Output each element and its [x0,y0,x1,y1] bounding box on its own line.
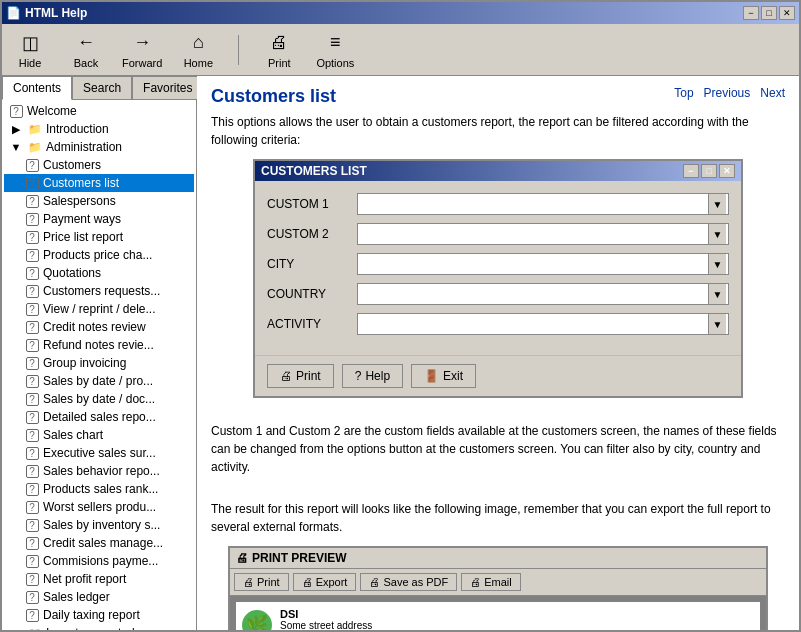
company-logo: 🌿 [242,610,272,630]
sidebar-item-credit-sales-manage[interactable]: ?Credit sales manage... [4,534,194,552]
sidebar-item-payment-ways[interactable]: ?Payment ways [4,210,194,228]
sidebar-item-label: Customers requests... [43,284,160,298]
tab-contents[interactable]: Contents [2,76,72,100]
sidebar-item-products-price-cha[interactable]: ?Products price cha... [4,246,194,264]
help-dialog-button[interactable]: ?Help [342,364,403,388]
dialog-body: CUSTOM 1 ▼ CUSTOM 2 ▼ CITY ▼ COUNTRY ▼ A… [255,181,741,355]
field-select-2[interactable]: ▼ [357,253,729,275]
sidebar-item-label: Detailed sales repo... [43,410,156,424]
question-icon: ? [24,463,40,479]
sidebar-item-sales-chart[interactable]: ?Sales chart [4,426,194,444]
sidebar-item-sales-by-date-doc[interactable]: ?Sales by date / doc... [4,390,194,408]
nav-top[interactable]: Top [674,86,693,100]
question-icon: ? [24,301,40,317]
field-label-4: ACTIVITY [267,317,357,331]
sidebar-item-quotations[interactable]: ?Quotations [4,264,194,282]
field-select-1[interactable]: ▼ [357,223,729,245]
print-button[interactable]: 🖨 Print [259,31,299,69]
dialog-footer: 🖨Print?Help🚪Exit [255,355,741,396]
preview-btn-icon-0: 🖨 [243,576,254,588]
sidebar-item-label: Welcome [27,104,77,118]
question-icon: ? [8,103,24,119]
company-address: Some street address [280,620,372,630]
sidebar-item-label: Sales ledger [43,590,110,604]
options-button[interactable]: ≡ Options [315,31,355,69]
field-select-0[interactable]: ▼ [357,193,729,215]
folder-open-icon: 📁 [27,625,43,630]
preview-title-bar: 🖨 PRINT PREVIEW [230,548,766,569]
back-button[interactable]: ← Back [66,31,106,69]
sidebar-item-sales-by-inventory-s[interactable]: ?Sales by inventory s... [4,516,194,534]
field-select-4[interactable]: ▼ [357,313,729,335]
sidebar-item-price-list-report[interactable]: ?Price list report [4,228,194,246]
sidebar-item-label: Sales behavior repo... [43,464,160,478]
select-arrow-3[interactable]: ▼ [708,284,726,304]
select-arrow-0[interactable]: ▼ [708,194,726,214]
select-arrow-2[interactable]: ▼ [708,254,726,274]
select-arrow-1[interactable]: ▼ [708,224,726,244]
tab-favorites[interactable]: Favorites [132,76,203,100]
exit-dialog-label: Exit [443,369,463,383]
sidebar-item-label: Credit sales manage... [43,536,163,550]
sidebar-item-customers-list[interactable]: ?Customers list [4,174,194,192]
sidebar-item-welcome[interactable]: ?Welcome [4,102,194,120]
sidebar-item-customers[interactable]: ?Customers [4,156,194,174]
preview-btn-label-1: Export [316,576,348,588]
sidebar-item-view-reprint[interactable]: ?View / reprint / dele... [4,300,194,318]
sidebar-item-sales-ledger[interactable]: ?Sales ledger [4,588,194,606]
window-controls: − □ ✕ [743,6,795,20]
back-icon: ← [74,31,98,55]
tab-search[interactable]: Search [72,76,132,100]
preview-toolbar-button-0[interactable]: 🖨Print [234,573,289,591]
sidebar-item-label: Credit notes review [43,320,146,334]
sidebar-item-credit-notes-review[interactable]: ?Credit notes review [4,318,194,336]
question-icon: ? [24,175,40,191]
sidebar-item-salespersons[interactable]: ?Salespersons [4,192,194,210]
preview-toolbar-button-3[interactable]: 🖨Email [461,573,521,591]
close-button[interactable]: ✕ [779,6,795,20]
sidebar-item-customers-requests[interactable]: ?Customers requests... [4,282,194,300]
question-icon: ? [24,373,40,389]
sidebar-item-inventory-control[interactable]: ▶📁Inventory control [4,624,194,630]
preview-toolbar: 🖨Print🖨Export🖨Save as PDF🖨Email [230,569,766,596]
sidebar-item-executive-sales-sur[interactable]: ?Executive sales sur... [4,444,194,462]
dialog-field-row-3: COUNTRY ▼ [267,283,729,305]
preview-content: 🌿 DSI Some street address Some City [230,596,766,630]
sidebar-item-group-invoicing[interactable]: ?Group invoicing [4,354,194,372]
preview-toolbar-button-2[interactable]: 🖨Save as PDF [360,573,457,591]
sidebar-item-products-sales-rank[interactable]: ?Products sales rank... [4,480,194,498]
maximize-button[interactable]: □ [761,6,777,20]
nav-previous[interactable]: Previous [704,86,751,100]
preview-toolbar-button-1[interactable]: 🖨Export [293,573,357,591]
field-select-3[interactable]: ▼ [357,283,729,305]
app-icon: 📄 [6,6,21,20]
minimize-button[interactable]: − [743,6,759,20]
preview-title-text: PRINT PREVIEW [252,551,347,565]
sidebar-item-sales-behavior-repo[interactable]: ?Sales behavior repo... [4,462,194,480]
select-arrow-4[interactable]: ▼ [708,314,726,334]
nav-next[interactable]: Next [760,86,785,100]
dialog-close-button[interactable]: ✕ [719,164,735,178]
dialog-minimize-button[interactable]: − [683,164,699,178]
sidebar-item-daily-taxing-report[interactable]: ?Daily taxing report [4,606,194,624]
sidebar-item-sales-by-date-pro[interactable]: ?Sales by date / pro... [4,372,194,390]
hide-button[interactable]: ◫ Hide [10,31,50,69]
sidebar-item-detailed-sales-repo[interactable]: ?Detailed sales repo... [4,408,194,426]
sidebar-item-refund-notes-revie[interactable]: ?Refund notes revie... [4,336,194,354]
sidebar-item-worst-sellers-produ[interactable]: ?Worst sellers produ... [4,498,194,516]
home-button[interactable]: ⌂ Home [178,31,218,69]
sidebar-item-label: Sales by inventory s... [43,518,160,532]
title-bar: 📄 HTML Help − □ ✕ [2,2,799,24]
sidebar-item-administration[interactable]: ▼📁Administration [4,138,194,156]
hide-icon: ◫ [18,31,42,55]
print-dialog-button[interactable]: 🖨Print [267,364,334,388]
sidebar-item-net-profit-report[interactable]: ?Net profit report [4,570,194,588]
sidebar-item-label: Group invoicing [43,356,126,370]
dialog-maximize-button[interactable]: □ [701,164,717,178]
question-icon: ? [24,445,40,461]
sidebar-item-commisions-paymen[interactable]: ?Commisions payme... [4,552,194,570]
exit-dialog-button[interactable]: 🚪Exit [411,364,476,388]
forward-button[interactable]: → Forward [122,31,162,69]
question-icon: ? [24,157,40,173]
sidebar-item-introduction[interactable]: ▶📁Introduction [4,120,194,138]
